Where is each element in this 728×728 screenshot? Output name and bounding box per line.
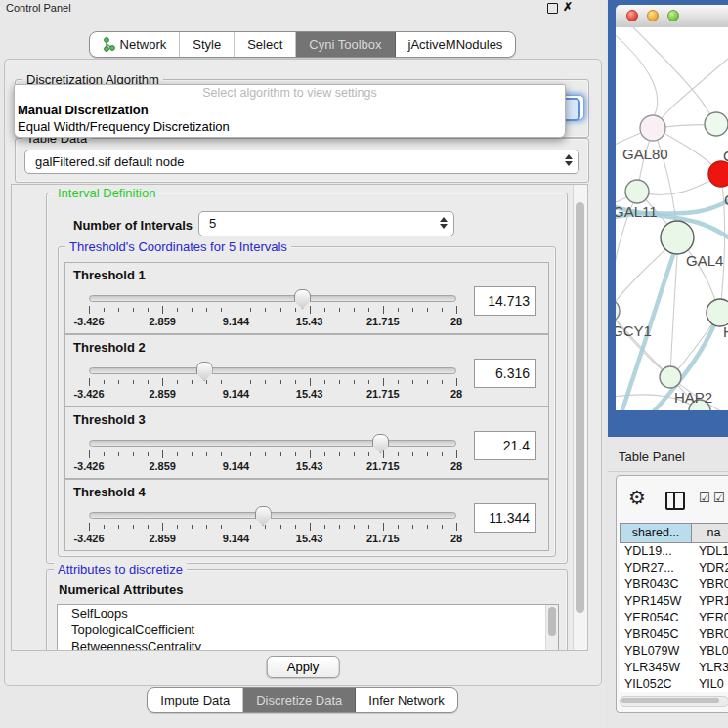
slider-tick-labels: -3.4262.8599.14415.4321.71528 [89, 316, 456, 327]
network-canvas[interactable]: GAL80GACGAL11GAL4GCY1HHAP2 [616, 27, 728, 410]
cell[interactable]: YDL19... [620, 543, 692, 560]
table-row[interactable]: YDL19...YDL1 [620, 543, 728, 560]
network-node[interactable] [660, 366, 681, 388]
vertical-scrollbar-thumb[interactable] [576, 202, 584, 613]
option-manual-discretization[interactable]: Manual Discretization [15, 102, 565, 118]
column-header-name[interactable]: na [692, 523, 728, 543]
network-node-label: H [723, 323, 728, 340]
tab-select[interactable]: Select [235, 32, 296, 57]
tab-network-label: Network [120, 37, 167, 52]
table-row[interactable]: YBR043CYBR0 [620, 577, 728, 593]
slider-track[interactable] [89, 367, 456, 374]
table-row[interactable]: YLR345WYLR3 [620, 660, 728, 676]
horizontal-scrollbar[interactable] [620, 696, 728, 707]
table-row[interactable]: YBR045CYBR0 [620, 626, 728, 643]
cell[interactable]: YLR3 [692, 660, 728, 676]
column-header-shared-name[interactable]: shared... [620, 523, 692, 543]
threshold-4-panel: Threshold 4 -3.4262.8599.14415.4321.7152… [64, 479, 549, 551]
list-item[interactable]: BetweennessCentrality [58, 638, 558, 651]
network-node[interactable] [661, 221, 694, 254]
cell[interactable]: YIL0 [692, 676, 728, 692]
horizontal-scrollbar-thumb[interactable] [621, 698, 719, 703]
apply-button[interactable]: Apply [267, 656, 340, 678]
slider-track[interactable] [89, 440, 456, 447]
cell[interactable]: YPR1 [692, 593, 728, 610]
checkbox-icon[interactable]: ☑ [699, 491, 710, 505]
threshold-1-label: Threshold 1 [73, 268, 146, 282]
cell[interactable]: YBR045C [620, 626, 692, 643]
tab-discretize-data[interactable]: Discretize Data [243, 688, 356, 712]
table-row[interactable]: YIL052CYIL0 [620, 676, 728, 692]
tab-infer-network[interactable]: Infer Network [356, 688, 456, 712]
network-node[interactable] [640, 115, 665, 141]
list-scrollbar-thumb[interactable] [548, 607, 556, 636]
network-graph[interactable]: GAL80GACGAL11GAL4GCY1HHAP2 [616, 27, 728, 410]
number-of-intervals-combobox[interactable]: 5 [198, 211, 454, 236]
checkbox-icon[interactable]: ☑ [713, 491, 725, 505]
cell[interactable]: YBL0 [692, 643, 728, 660]
tab-jactivemnodules[interactable]: jActiveMNodules [396, 32, 516, 57]
cell[interactable]: YDR2 [692, 560, 728, 577]
cell[interactable]: YER054C [620, 610, 692, 626]
threshold-1-value-field[interactable]: 14.713 [474, 286, 536, 316]
slider-track[interactable] [89, 512, 456, 519]
cell[interactable]: YBL079W [620, 643, 692, 660]
close-icon[interactable]: ✗ [563, 0, 573, 14]
combo-arrows-icon[interactable] [438, 217, 449, 229]
settings-scrollpane: Interval Definition Number of Intervals … [11, 184, 588, 651]
list-scrollbar[interactable] [545, 605, 558, 651]
vertical-scrollbar[interactable] [573, 185, 587, 650]
list-item[interactable]: SelfLoops [58, 605, 558, 621]
tab-style[interactable]: Style [180, 32, 235, 57]
zoom-traffic-light-icon[interactable] [667, 10, 679, 21]
threshold-4-slider[interactable]: -3.4262.8599.14415.4321.71528 [89, 506, 456, 547]
threshold-3-value-field[interactable]: 21.4 [474, 431, 536, 460]
table-row[interactable]: YDR27...YDR2 [620, 560, 728, 577]
cell[interactable]: YPR145W [620, 593, 692, 610]
combo-arrows-icon[interactable] [563, 154, 574, 166]
cell[interactable]: YLR345W [620, 660, 692, 676]
cell[interactable]: YBR0 [692, 626, 728, 643]
list-item[interactable]: TopologicalCoefficient [58, 621, 558, 638]
tab-jactivemnodules-label: jActiveMNodules [408, 37, 503, 52]
network-node[interactable] [616, 299, 620, 322]
attributes-group-title: Attributes to discretize [54, 562, 187, 577]
threshold-2-label: Threshold 2 [73, 340, 146, 355]
cell[interactable]: YDL1 [692, 543, 728, 560]
float-window-icon[interactable] [547, 3, 558, 14]
tab-impute-data[interactable]: Impute Data [148, 688, 243, 712]
table-row[interactable]: YBL079WYBL0 [620, 643, 728, 660]
slider-track[interactable] [89, 295, 456, 302]
threshold-3-slider[interactable]: -3.4262.8599.14415.4321.71528 [89, 434, 456, 475]
network-node[interactable] [625, 180, 649, 203]
tab-cyni-toolbox[interactable]: Cyni Toolbox [296, 32, 395, 57]
split-columns-icon[interactable] [665, 492, 685, 510]
tab-network[interactable]: Network [90, 32, 181, 57]
cell[interactable]: YDR27... [620, 560, 692, 577]
threshold-2-value-field[interactable]: 6.316 [474, 359, 536, 388]
cell[interactable]: YIL052C [620, 676, 692, 692]
thresholds-group: Threshold's Coordinates for 5 Intervals … [58, 246, 556, 557]
gear-icon[interactable]: ⚙ [628, 488, 646, 507]
network-node[interactable] [708, 161, 728, 187]
table-data-combobox[interactable]: galFiltered.sif default node [24, 150, 579, 174]
cell[interactable]: YBR0 [692, 577, 728, 593]
option-equal-width-frequency[interactable]: Equal Width/Frequency Discretization [15, 118, 565, 135]
minimize-traffic-light-icon[interactable] [647, 10, 659, 21]
network-node-label: GAL4 [686, 252, 723, 269]
threshold-1-slider[interactable]: -3.4262.8599.14415.4321.71528 [89, 289, 456, 330]
close-traffic-light-icon[interactable] [626, 10, 638, 21]
network-node[interactable] [705, 112, 728, 136]
network-node[interactable] [707, 299, 728, 326]
table-row[interactable]: YPR145WYPR1 [620, 593, 728, 610]
network-node-label: GAL80 [622, 146, 668, 162]
cell[interactable]: YER0 [692, 610, 728, 626]
table-row[interactable]: YER054CYER0 [620, 610, 728, 626]
tab-discretize-data-label: Discretize Data [256, 693, 342, 707]
tab-infer-network-label: Infer Network [368, 693, 444, 707]
threshold-4-value-field[interactable]: 11.344 [474, 503, 536, 533]
slider-ticks [89, 450, 456, 459]
threshold-2-slider[interactable]: -3.4262.8599.14415.4321.71528 [89, 362, 456, 403]
cell[interactable]: YBR043C [620, 577, 692, 593]
network-window-titlebar[interactable] [616, 5, 728, 28]
